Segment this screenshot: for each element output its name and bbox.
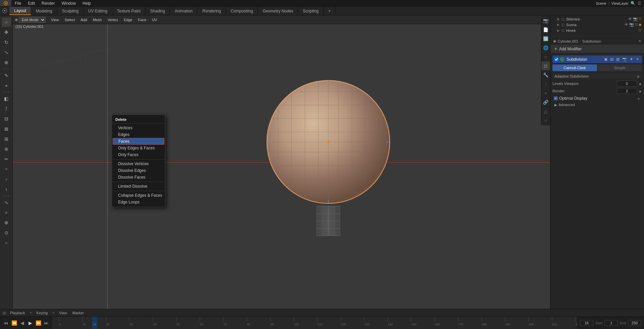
blender-logo[interactable]: ⦿: [0, 0, 11, 6]
ctx-only-faces[interactable]: Only Faces: [112, 151, 165, 158]
ctx-faces[interactable]: Faces: [113, 138, 164, 145]
top-right-search-icon[interactable]: 🔍: [631, 1, 636, 6]
tab-shading[interactable]: Shading: [146, 7, 170, 15]
ctx-collapse-edges-faces[interactable]: Collapse Edges & Faces: [112, 192, 165, 199]
view-layer-selector[interactable]: ViewLayer: [611, 1, 629, 5]
ctx-dissolve-vertices[interactable]: Dissolve Vertices: [112, 160, 165, 167]
catmull-clark-btn[interactable]: Catmull-Clark: [552, 64, 597, 71]
top-right-menu-icon[interactable]: ☰: [638, 1, 641, 6]
tool-bevel[interactable]: ⊠: [2, 124, 11, 134]
ctx-edges[interactable]: Edges: [112, 131, 165, 138]
tool-shrink[interactable]: ⊗: [2, 218, 11, 227]
tool-move[interactable]: ✥: [2, 28, 11, 37]
timeline-keying[interactable]: Keying: [35, 311, 49, 315]
header-mesh[interactable]: Mesh: [90, 17, 105, 22]
tool-measure[interactable]: ⌖: [2, 81, 11, 90]
prop-tab-object[interactable]: □: [541, 61, 550, 70]
render-stepper[interactable]: ▲: [638, 89, 642, 93]
add-modifier-btn[interactable]: ▼ Add Modifier: [550, 45, 644, 53]
tool-transform[interactable]: ⊕: [2, 58, 11, 67]
levels-viewport-input[interactable]: 0: [617, 81, 637, 87]
menu-file[interactable]: File: [11, 0, 24, 6]
sc-item-scena[interactable]: ▶ □ Scena 👁 📷 ▽ ◆: [552, 22, 643, 28]
modifier-close-icon[interactable]: ✕: [635, 57, 640, 62]
tool-cursor[interactable]: ⊹: [2, 17, 11, 27]
sc-eye-icon-2[interactable]: 👁: [625, 22, 628, 27]
tool-knife[interactable]: ✂: [2, 154, 11, 164]
tab-texture-paint[interactable]: Texture Paint: [112, 7, 146, 15]
tab-geometry-nodes[interactable]: Geometry Nodes: [258, 7, 298, 15]
rp-close-icon[interactable]: ✕: [638, 39, 641, 43]
ctx-limited-dissolve[interactable]: Limited Dissolve: [112, 183, 165, 190]
render-input[interactable]: 2: [617, 88, 637, 94]
tl-step-forward[interactable]: ⏩: [35, 320, 42, 326]
advanced-toggle[interactable]: ▶ Advanced: [552, 101, 642, 108]
tool-rotate[interactable]: ↻: [2, 38, 11, 47]
prop-tab-render[interactable]: 📷: [541, 16, 550, 25]
tab-layout[interactable]: Layout: [9, 7, 31, 15]
prop-tab-particles[interactable]: ⋮: [541, 80, 550, 88]
header-edge[interactable]: Edge: [121, 17, 135, 22]
modifier-icon-render[interactable]: ▤: [609, 57, 614, 62]
tool-sphere[interactable]: ○: [2, 238, 11, 247]
sc-extra-icon-1[interactable]: ▽: [639, 17, 641, 21]
sc-render-icon-2[interactable]: 📷: [629, 22, 634, 27]
menu-render[interactable]: Render: [38, 0, 58, 6]
header-select[interactable]: Select: [62, 17, 78, 22]
ctx-dissolve-faces[interactable]: Dissolve Faces: [112, 174, 165, 181]
tool-annotate[interactable]: ✎: [2, 71, 11, 80]
header-uv[interactable]: UV: [149, 17, 160, 22]
modifier-dropdown-icon[interactable]: ▼: [629, 57, 634, 62]
menu-help[interactable]: Help: [79, 0, 94, 6]
tab-uv-editing[interactable]: UV Editing: [84, 7, 112, 15]
end-frame-input[interactable]: 250: [628, 320, 641, 326]
tl-step-back[interactable]: ⏪: [11, 320, 17, 326]
prop-tab-scene[interactable]: 🌐: [541, 43, 550, 52]
header-add[interactable]: Add: [78, 17, 90, 22]
sc-render-icon-1[interactable]: 📷: [633, 17, 638, 21]
sc-extra-icon-2[interactable]: ▽: [635, 22, 638, 27]
tool-inset[interactable]: ⊟: [2, 114, 11, 124]
scene-selector[interactable]: Scene: [596, 1, 606, 5]
timeline-marker[interactable]: Marker: [71, 311, 85, 315]
tool-scale[interactable]: ⤡: [2, 48, 11, 57]
prop-tab-output[interactable]: 📄: [541, 25, 550, 34]
start-frame-input[interactable]: 1: [604, 320, 618, 326]
rp-path-modifier[interactable]: Subdivision: [582, 39, 601, 43]
modifier-icon-edit[interactable]: ▧: [615, 57, 621, 62]
tool-shear[interactable]: ⌿: [2, 175, 11, 184]
menu-window[interactable]: Window: [58, 0, 79, 6]
sc-extra2-icon-2[interactable]: ◆: [639, 22, 641, 27]
ctx-vertices[interactable]: Vertices: [112, 125, 165, 131]
timeline-view[interactable]: View: [58, 311, 68, 315]
header-view[interactable]: View: [48, 17, 62, 22]
ctx-edge-loops[interactable]: Edge Loops: [112, 199, 165, 205]
tool-loopcut[interactable]: ⊞: [2, 134, 11, 144]
ctx-only-edges-faces[interactable]: Only Edges & Faces: [112, 145, 165, 151]
modifier-icon-camera[interactable]: 📷: [621, 57, 628, 62]
header-vertex[interactable]: Vertex: [105, 17, 121, 22]
timeline-ruler[interactable]: .frame-tick { stroke: #444; stroke-width…: [52, 317, 577, 329]
tool-add-mesh[interactable]: ◧: [2, 94, 11, 103]
simple-btn[interactable]: Simple: [598, 64, 642, 71]
blender-icon-small[interactable]: ⦿: [2, 8, 7, 14]
tool-relax[interactable]: ≈: [2, 208, 11, 217]
tool-rip[interactable]: ≀: [2, 185, 11, 194]
tab-scripting[interactable]: Scripting: [298, 7, 324, 15]
tool-push[interactable]: ⊙: [2, 228, 11, 237]
modifier-enable-checkbox[interactable]: [554, 57, 558, 61]
tool-extrude[interactable]: ⤴: [2, 104, 11, 113]
current-frame-display[interactable]: 16: [580, 320, 593, 326]
tool-bisect[interactable]: ÷: [2, 164, 11, 174]
prop-tab-modifier[interactable]: 🔧: [541, 70, 550, 79]
prop-tab-constraints[interactable]: 🔗: [541, 98, 550, 106]
tl-play-reverse[interactable]: ◀: [19, 320, 25, 326]
header-face[interactable]: Face: [136, 17, 149, 22]
tab-modeling[interactable]: Modeling: [31, 7, 57, 15]
tab-compositing[interactable]: Compositing: [226, 7, 258, 15]
tab-sculpting[interactable]: Sculpting: [57, 7, 84, 15]
sc-item-sklenice[interactable]: ▶ □ Sklenice 👁 📷 ▽: [552, 16, 643, 22]
rp-path-obj[interactable]: Cylinder.001: [558, 39, 578, 43]
mode-selector[interactable]: Edit Mode: [19, 17, 46, 23]
menu-edit[interactable]: Edit: [24, 0, 38, 6]
